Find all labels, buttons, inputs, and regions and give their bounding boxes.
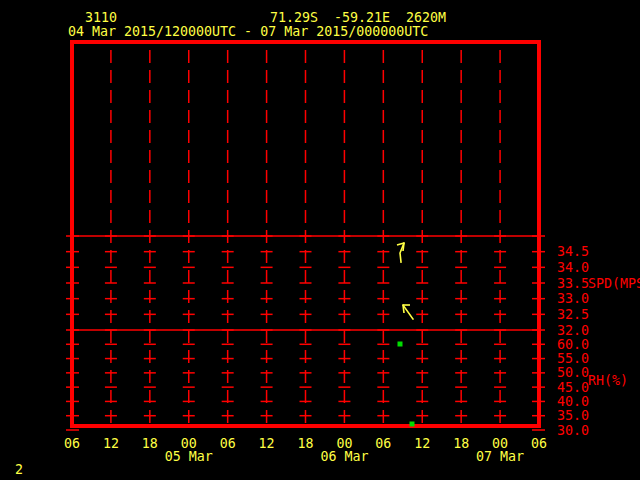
data-point: [410, 422, 415, 427]
spd-tick-label: 34.0: [557, 260, 589, 275]
x-tick-label: 12: [259, 436, 275, 451]
x-tick-label: 12: [103, 436, 119, 451]
x-tick-label: 06: [531, 436, 547, 451]
rh-tick-label: 35.0: [557, 408, 589, 423]
page-number: 2: [15, 463, 23, 476]
spd-tick-label: 34.5: [557, 244, 589, 259]
x-tick-label: 18: [453, 436, 469, 451]
x-tick-label: 06: [64, 436, 80, 451]
rh-axis-title: RH(%): [588, 373, 628, 388]
spd-tick-label: 33.5: [557, 276, 589, 291]
x-tick-label: 06: [220, 436, 236, 451]
rh-tick-label: 45.0: [557, 380, 589, 395]
spd-tick-label: 33.0: [557, 291, 589, 306]
spd-axis-title: SPD(MPS): [588, 276, 640, 291]
wind-arrow-head: [403, 305, 404, 313]
x-tick-label: 12: [414, 436, 430, 451]
date-label: 06 Mar: [320, 449, 368, 464]
rh-tick-label: 60.0: [557, 337, 589, 352]
date-label: 05 Mar: [165, 449, 213, 464]
meteogram-plot: 34.534.033.533.032.532.060.055.050.045.0…: [0, 0, 640, 480]
rh-tick-label: 30.0: [557, 423, 589, 438]
spd-tick-label: 32.0: [557, 323, 589, 338]
rh-tick-label: 55.0: [557, 351, 589, 366]
spd-tick-label: 32.5: [557, 307, 589, 322]
rh-tick-label: 40.0: [557, 394, 589, 409]
x-tick-label: 18: [297, 436, 313, 451]
x-tick-label: 06: [375, 436, 391, 451]
date-label: 07 Mar: [476, 449, 524, 464]
wind-arrow-head: [403, 243, 404, 251]
meteogram-screen: 3110 71.29S -59.21E 2620M 04 Mar 2015/12…: [0, 0, 640, 480]
data-point: [398, 342, 403, 347]
x-tick-label: 18: [142, 436, 158, 451]
rh-tick-label: 50.0: [557, 365, 589, 380]
